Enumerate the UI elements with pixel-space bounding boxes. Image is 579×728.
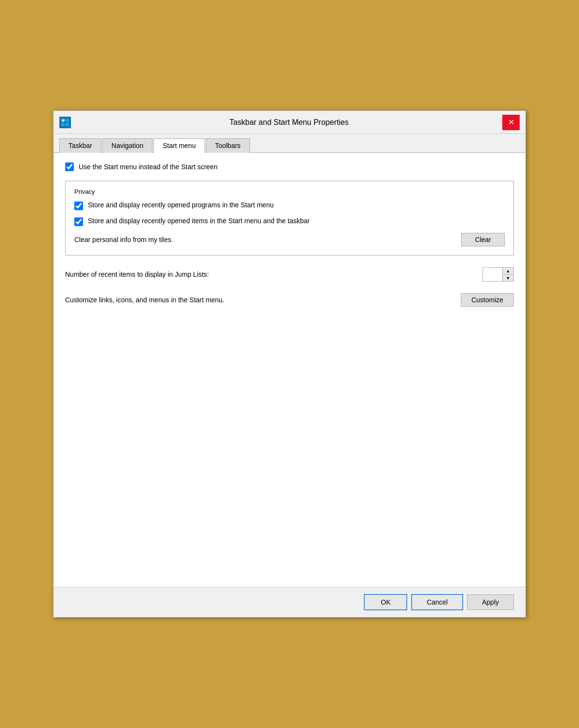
content-area: Use the Start menu instead of the Start … [54, 153, 525, 587]
ok-button[interactable]: OK [364, 594, 407, 610]
tabs-container: Taskbar Navigation Start menu Toolbars [54, 134, 525, 153]
jump-list-row: Number of recent items to display in Jum… [65, 267, 514, 282]
spinbox-down-button[interactable]: ▼ [503, 274, 513, 281]
privacy-item1-row: Store and display recently opened progra… [74, 201, 505, 210]
use-start-menu-checkbox[interactable] [65, 162, 74, 171]
customize-label: Customize links, icons, and menus in the… [65, 296, 224, 304]
clear-button[interactable]: Clear [461, 233, 505, 246]
jump-list-spinbox: 10 ▲ ▼ [482, 267, 514, 282]
privacy-item2-row: Store and display recently opened items … [74, 217, 505, 226]
customize-row: Customize links, icons, and menus in the… [65, 293, 514, 307]
footer-buttons: OK Cancel Apply [54, 587, 525, 617]
svg-rect-3 [66, 123, 69, 126]
dialog-window: Taskbar and Start Menu Properties ✕ Task… [53, 110, 526, 618]
use-start-menu-label: Use the Start menu instead of the Start … [79, 163, 218, 171]
title-bar: Taskbar and Start Menu Properties ✕ [54, 111, 525, 134]
window-title: Taskbar and Start Menu Properties [76, 118, 502, 127]
close-button[interactable]: ✕ [502, 115, 520, 130]
svg-rect-2 [61, 123, 65, 126]
privacy-group: Privacy Store and display recently opene… [65, 181, 514, 256]
apply-button[interactable]: Apply [467, 594, 514, 610]
privacy-item2-checkbox[interactable] [74, 217, 83, 226]
app-icon [59, 117, 71, 128]
cancel-button[interactable]: Cancel [411, 594, 463, 610]
privacy-item1-label: Store and display recently opened progra… [88, 201, 274, 209]
jump-list-input[interactable]: 10 [483, 268, 502, 281]
privacy-item1-checkbox[interactable] [74, 202, 83, 210]
spinbox-buttons: ▲ ▼ [502, 268, 513, 281]
tab-navigation[interactable]: Navigation [102, 138, 152, 153]
svg-rect-1 [66, 119, 69, 122]
tab-taskbar[interactable]: Taskbar [59, 138, 101, 153]
privacy-legend: Privacy [74, 188, 505, 195]
clear-label: Clear personal info from my tiles. [74, 236, 173, 243]
customize-button[interactable]: Customize [461, 293, 514, 307]
tab-start-menu[interactable]: Start menu [153, 138, 205, 153]
jump-list-label: Number of recent items to display in Jum… [65, 270, 209, 278]
use-start-menu-row: Use the Start menu instead of the Start … [65, 162, 514, 171]
privacy-item2-label: Store and display recently opened items … [88, 217, 310, 225]
tab-toolbars[interactable]: Toolbars [206, 138, 250, 153]
clear-row: Clear personal info from my tiles. Clear [74, 233, 505, 246]
spinbox-up-button[interactable]: ▲ [503, 268, 513, 274]
